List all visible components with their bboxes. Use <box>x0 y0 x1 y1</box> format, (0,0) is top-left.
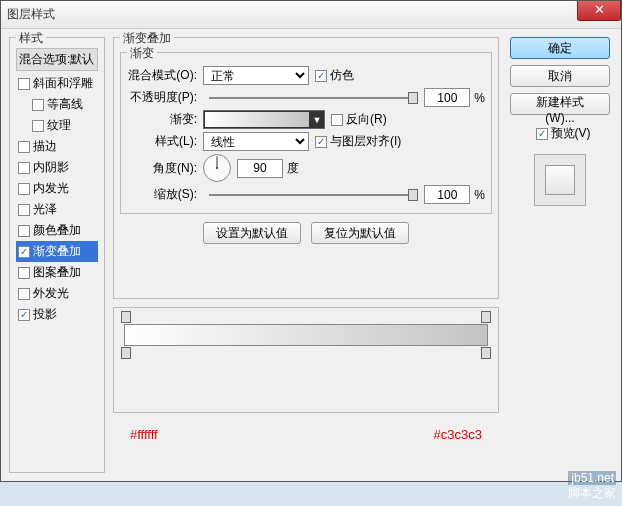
style-item-渐变叠加[interactable]: 渐变叠加 <box>16 241 98 262</box>
watermark: jb51.net 脚本之家 <box>568 471 616 502</box>
chevron-down-icon: ▼ <box>310 111 324 128</box>
styles-title: 样式 <box>16 30 46 47</box>
window-title: 图层样式 <box>7 6 55 23</box>
blend-mode-select[interactable]: 正常 <box>203 66 309 85</box>
gradient-editor: #ffffff #c3c3c3 <box>113 307 499 413</box>
style-list: 混合选项:默认 斜面和浮雕等高线纹理描边内阴影内发光光泽颜色叠加渐变叠加图案叠加… <box>16 48 98 325</box>
style-item-图案叠加[interactable]: 图案叠加 <box>16 262 98 283</box>
style-item-内阴影[interactable]: 内阴影 <box>16 157 98 178</box>
new-style-button[interactable]: 新建样式(W)... <box>510 93 610 115</box>
gradient-preview[interactable]: ▼ <box>203 110 325 129</box>
blending-options-default[interactable]: 混合选项:默认 <box>16 48 98 71</box>
dialog-body: 样式 混合选项:默认 斜面和浮雕等高线纹理描边内阴影内发光光泽颜色叠加渐变叠加图… <box>1 29 621 481</box>
style-label: 样式(L): <box>127 133 203 150</box>
style-item-描边[interactable]: 描边 <box>16 136 98 157</box>
style-item-斜面和浮雕[interactable]: 斜面和浮雕 <box>16 73 98 94</box>
check-icon <box>18 183 30 195</box>
check-icon <box>32 99 44 111</box>
ok-button[interactable]: 确定 <box>510 37 610 59</box>
check-icon <box>18 225 30 237</box>
style-item-纹理[interactable]: 纹理 <box>16 115 98 136</box>
check-icon <box>18 309 30 321</box>
scale-input[interactable] <box>424 185 470 204</box>
align-checkbox[interactable]: 与图层对齐(I) <box>315 133 401 150</box>
check-icon <box>331 114 343 126</box>
check-icon <box>536 128 548 140</box>
angle-label: 角度(N): <box>127 160 203 177</box>
center-panel: 渐变叠加 渐变 混合模式(O): 正常 仿色 不透明度(P): <box>113 37 499 473</box>
check-icon <box>315 136 327 148</box>
end-hex: #c3c3c3 <box>434 427 482 442</box>
preview-swatch <box>545 165 575 195</box>
preview-checkbox[interactable]: 预览(V) <box>536 125 591 142</box>
gradient-bar[interactable] <box>124 324 488 346</box>
angle-dial[interactable] <box>203 154 231 182</box>
check-icon <box>18 246 30 258</box>
check-icon <box>315 70 327 82</box>
footer: jb51.net 脚本之家 <box>0 482 622 506</box>
opacity-label: 不透明度(P): <box>127 89 203 106</box>
opacity-input[interactable] <box>424 88 470 107</box>
check-icon <box>18 267 30 279</box>
color-stop-left[interactable] <box>121 347 131 359</box>
check-icon <box>32 120 44 132</box>
style-select[interactable]: 线性 <box>203 132 309 151</box>
reverse-checkbox[interactable]: 反向(R) <box>331 111 387 128</box>
preview-box <box>534 154 586 206</box>
styles-panel: 样式 混合选项:默认 斜面和浮雕等高线纹理描边内阴影内发光光泽颜色叠加渐变叠加图… <box>9 37 105 473</box>
check-icon <box>18 204 30 216</box>
scale-label: 缩放(S): <box>127 186 203 203</box>
style-item-内发光[interactable]: 内发光 <box>16 178 98 199</box>
opacity-stop-right[interactable] <box>481 311 491 323</box>
style-item-投影[interactable]: 投影 <box>16 304 98 325</box>
angle-input[interactable] <box>237 159 283 178</box>
check-icon <box>18 162 30 174</box>
gradient-label: 渐变: <box>127 111 203 128</box>
dither-checkbox[interactable]: 仿色 <box>315 67 354 84</box>
color-stop-right[interactable] <box>481 347 491 359</box>
make-default-button[interactable]: 设置为默认值 <box>203 222 301 244</box>
blend-mode-label: 混合模式(O): <box>127 67 203 84</box>
style-item-颜色叠加[interactable]: 颜色叠加 <box>16 220 98 241</box>
right-panel: 确定 取消 新建样式(W)... 预览(V) <box>507 37 613 473</box>
check-icon <box>18 141 30 153</box>
style-item-外发光[interactable]: 外发光 <box>16 283 98 304</box>
opacity-slider[interactable] <box>209 89 418 107</box>
check-icon <box>18 288 30 300</box>
opacity-stop-left[interactable] <box>121 311 131 323</box>
style-item-等高线[interactable]: 等高线 <box>16 94 98 115</box>
scale-slider[interactable] <box>209 186 418 204</box>
cancel-button[interactable]: 取消 <box>510 65 610 87</box>
titlebar: 图层样式 ✕ <box>1 1 621 29</box>
check-icon <box>18 78 30 90</box>
start-hex: #ffffff <box>130 427 158 442</box>
gradient-inner-title: 渐变 <box>127 45 157 62</box>
style-item-光泽[interactable]: 光泽 <box>16 199 98 220</box>
layer-style-dialog: 图层样式 ✕ 样式 混合选项:默认 斜面和浮雕等高线纹理描边内阴影内发光光泽颜色… <box>0 0 622 482</box>
close-button[interactable]: ✕ <box>577 1 621 21</box>
reset-default-button[interactable]: 复位为默认值 <box>311 222 409 244</box>
